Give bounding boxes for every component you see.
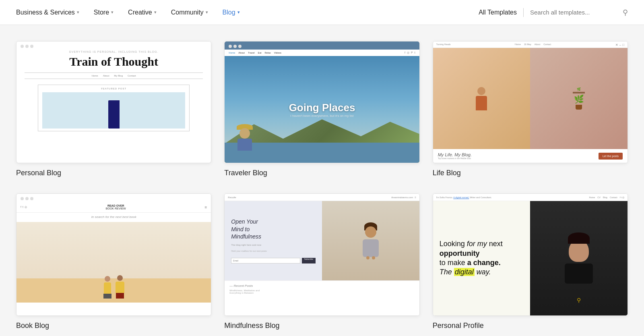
book-figures	[103, 275, 124, 303]
jewelry-icon: ⚲	[577, 297, 581, 303]
template-card-personal-blog[interactable]: EVERYTHING IS PERSONAL. INCLUDING THIS B…	[16, 41, 211, 177]
plant-pot	[576, 105, 582, 110]
life-nav-date: 16 May	[524, 43, 531, 46]
person-body	[363, 239, 379, 257]
nav-item-community[interactable]: Community ▾	[171, 7, 208, 18]
book-blog-subtitle: BOOK REVIEW	[106, 207, 126, 210]
pb-tagline: EVERYTHING IS PERSONAL. INCLUDING THIS B…	[69, 50, 159, 53]
life-content: Turning Heads Home 16 May About Contact …	[433, 41, 627, 163]
instagram-icon: ◎	[25, 205, 27, 209]
chevron-down-icon: ▾	[111, 10, 114, 15]
life-furniture-text: 🌿	[577, 87, 581, 91]
profile-nav-blog: Blog	[603, 196, 607, 199]
all-templates-link[interactable]: All Templates	[479, 9, 517, 16]
mind-post2: Everything in Between	[229, 292, 414, 294]
chevron-down-icon: ▾	[77, 10, 79, 15]
window-dot	[238, 45, 242, 48]
profile-right-panel: ⚲	[530, 201, 627, 315]
search-icon[interactable]: ⚲	[623, 8, 628, 17]
template-card-traveler-blog[interactable]: Home About Travel Eat Relax Videos f ◎ P…	[224, 41, 419, 177]
mind-person	[363, 222, 379, 259]
window-dot	[233, 45, 237, 48]
mind-body-text2: Hold your mailbox for our next posts:	[231, 250, 316, 252]
life-window-controls: ✕ – □	[615, 43, 624, 46]
facebook-icon: f	[405, 51, 405, 54]
search-input[interactable]	[530, 9, 619, 16]
life-person	[476, 87, 487, 110]
nav-item-blog[interactable]: Blog ▾	[223, 7, 240, 18]
shelf	[573, 92, 585, 93]
profile-nav-home: Home	[589, 196, 595, 199]
person-head	[477, 87, 485, 95]
pinterest-icon: P	[411, 51, 413, 54]
plant-icon: 🌿	[574, 94, 584, 104]
template-card-mindfulness-blog[interactable]: Recuife theamindstems.com ≡ Open YourMin…	[224, 193, 419, 330]
life-cta-button[interactable]: Let the posts	[599, 153, 623, 160]
person-hands	[366, 256, 375, 259]
mind-subscribe-button[interactable]: Subscribe	[302, 258, 316, 263]
template-card-life-blog[interactable]: Turning Heads Home 16 May About Contact …	[433, 41, 628, 177]
window-dot	[25, 197, 29, 200]
window-dots	[21, 45, 33, 48]
window-dot	[25, 45, 29, 48]
mind-headline: Open YourMind toMindfulness	[231, 218, 316, 240]
chevron-down-icon: ▾	[237, 10, 240, 15]
twitter-icon: t	[23, 205, 23, 209]
mind-body-text: The blog right here and now	[231, 243, 316, 247]
traveler-social: f ◎ P t	[405, 51, 415, 54]
mind-url: theamindstems.com	[391, 196, 413, 199]
person-body	[565, 263, 593, 284]
maximize-icon: □	[622, 43, 624, 46]
life-tagline: My Life. My Blog.	[438, 152, 472, 157]
profile-greeting: I'm Sofia Franco. A digital nomad, Write…	[436, 196, 492, 199]
traveler-hero-text: Going Places I haven't been everywhere, …	[289, 102, 355, 118]
book-content: f t ◎ READ OVER BOOK REVIEW ≡ In search …	[17, 194, 211, 315]
template-name-personal-profile: Personal Profile	[433, 321, 628, 330]
figure-woman	[103, 276, 111, 299]
window-dot	[30, 45, 33, 48]
traveler-person	[237, 124, 253, 151]
mind-email-input[interactable]	[231, 258, 300, 263]
close-icon: ✕	[615, 43, 618, 46]
mind-top-bar: Recuife theamindstems.com ≡	[225, 194, 419, 201]
profile-nav-contact: Contact	[610, 196, 617, 199]
template-name-life-blog: Life Blog	[433, 169, 628, 177]
mind-left-panel: Open YourMind toMindfulness The blog rig…	[225, 201, 322, 280]
twitter-icon: t	[415, 51, 415, 54]
nav-eat: Eat	[258, 52, 261, 54]
nav-item-business[interactable]: Business & Services ▾	[16, 7, 79, 18]
hand-left	[366, 256, 369, 259]
nav-item-creative[interactable]: Creative ▾	[128, 7, 157, 18]
life-top-nav: Turning Heads Home 16 May About Contact …	[433, 41, 627, 48]
nav-divider	[523, 8, 524, 17]
template-card-book-blog[interactable]: f t ◎ READ OVER BOOK REVIEW ≡ In search …	[16, 193, 211, 330]
body	[104, 282, 111, 294]
nav-travel: Travel	[248, 52, 254, 54]
window-dots	[229, 45, 242, 48]
pb-nav-about: About	[103, 75, 109, 77]
pb-featured-label: FEATURED POST	[42, 87, 185, 90]
person-body	[237, 139, 252, 151]
body	[116, 282, 124, 293]
profile-nav-cv: CV	[597, 196, 601, 199]
person-head	[239, 128, 250, 139]
template-card-personal-profile[interactable]: I'm Sofia Franco. A digital nomad, Write…	[433, 193, 628, 330]
nav-item-store[interactable]: Store ▾	[94, 7, 114, 18]
profile-left-panel: Looking for my next opportunity to make …	[433, 201, 530, 315]
life-subtitle: Top street markets in the Middle East	[438, 157, 472, 160]
profile-link: A digital nomad,	[453, 196, 469, 199]
mind-menu-icon[interactable]: ≡	[415, 196, 416, 199]
pb-nav-myblog: My Blog	[114, 75, 123, 77]
life-bottom-text: My Life. My Blog. Top street markets in …	[438, 152, 472, 160]
book-illustration	[17, 222, 211, 303]
mind-content: Recuife theamindstems.com ≡ Open YourMin…	[225, 194, 419, 315]
book-title-bar: READ OVER BOOK REVIEW	[106, 204, 126, 210]
search-box: ⚲	[530, 8, 628, 17]
window-dot	[21, 197, 24, 200]
profile-top-bar: I'm Sofia Franco. A digital nomad, Write…	[433, 194, 627, 201]
hamburger-icon[interactable]: ≡	[204, 205, 207, 209]
pb-nav: Home About My Blog Contact	[25, 73, 203, 79]
minimize-icon: –	[619, 43, 621, 46]
facebook-icon: f	[21, 205, 21, 209]
nav-about: About	[238, 52, 245, 54]
